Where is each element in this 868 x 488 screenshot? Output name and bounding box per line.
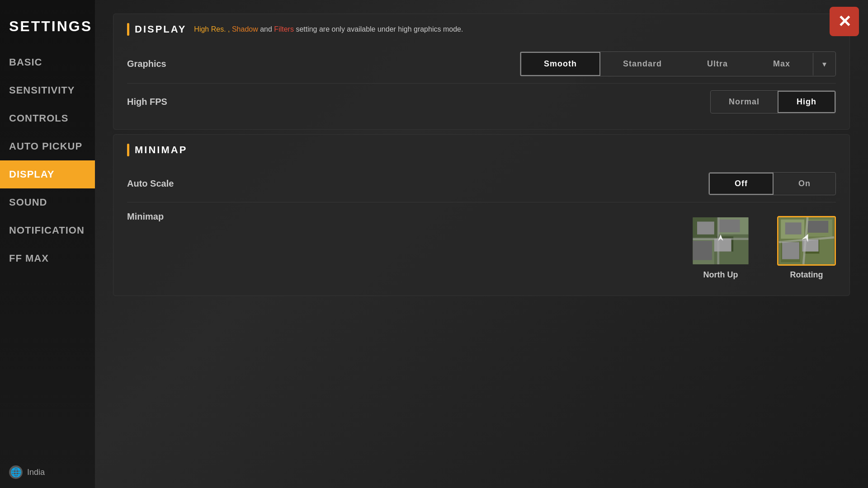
sidebar-item-sensitivity[interactable]: SENSITIVITY [0, 76, 95, 104]
sidebar-item-basic[interactable]: BASIC [0, 48, 95, 76]
graphics-dropdown-btn[interactable]: ▾ [813, 53, 835, 75]
graphics-ultra-btn[interactable]: Ultra [684, 53, 750, 75]
globe-icon: 🌐 [9, 465, 23, 479]
graphics-max-btn[interactable]: Max [750, 53, 813, 75]
graphics-setting-row: Graphics Smooth Standard Ultra Max ▾ [127, 45, 836, 83]
sidebar: SETTINGS BASIC SENSITIVITY CONTROLS AUTO… [0, 0, 95, 488]
autoscale-off-btn[interactable]: Off [709, 173, 774, 195]
subtitle-shadow: Shadow [232, 25, 258, 33]
graphics-standard-btn[interactable]: Standard [600, 53, 684, 75]
minimap-rotating-option[interactable]: Rotating [777, 216, 836, 280]
sidebar-item-ff-max[interactable]: FF MAX [0, 244, 95, 272]
sidebar-footer: 🌐 India [0, 456, 95, 488]
svg-rect-19 [785, 222, 802, 234]
fps-normal-btn[interactable]: Normal [711, 92, 778, 112]
sidebar-item-sound[interactable]: SOUND [0, 188, 95, 216]
minimap-rotating-thumbnail [777, 216, 836, 266]
minimap-north-up-label: North Up [703, 270, 738, 280]
subtitle-and: and [260, 25, 272, 33]
graphics-label: Graphics [127, 59, 166, 69]
sidebar-item-auto-pickup[interactable]: AUTO PICKUP [0, 132, 95, 160]
display-section-title: DISPLAY [135, 23, 186, 35]
sidebar-item-display[interactable]: DISPLAY [0, 160, 95, 188]
minimap-section-title: MINIMAP [135, 144, 187, 156]
highfps-setting-row: High FPS Normal High [127, 83, 836, 120]
minimap-section-header: MINIMAP [127, 144, 836, 156]
subtitle-suffix: setting are only available under high gr… [296, 25, 463, 33]
autoscale-setting-row: Auto Scale Off On [127, 165, 836, 202]
sidebar-item-controls[interactable]: CONTROLS [0, 104, 95, 132]
fps-toggle-group: Normal High [710, 90, 836, 113]
main-content: DISPLAY High Res. , Shadow and Filters s… [95, 0, 868, 488]
minimap-north-up-thumbnail [691, 216, 750, 266]
minimap-option-row: Minimap [127, 202, 836, 286]
sidebar-item-notification[interactable]: NOTIFICATION [0, 216, 95, 244]
svg-rect-18 [821, 237, 832, 263]
region-label: India [27, 468, 45, 477]
svg-rect-6 [697, 221, 714, 234]
minimap-section-card: MINIMAP Auto Scale Off On Minimap [113, 134, 850, 296]
minimap-options-group: North Up [691, 216, 836, 280]
svg-rect-9 [714, 239, 731, 251]
svg-rect-11 [717, 217, 719, 264]
minimap-north-up-option[interactable]: North Up [691, 216, 750, 280]
minimap-label: Minimap [127, 211, 164, 222]
minimap-rotating-label: Rotating [790, 270, 823, 280]
display-accent-bar [127, 23, 129, 36]
display-section-subtitle: High Res. , Shadow and Filters setting a… [194, 25, 463, 33]
svg-rect-20 [808, 221, 828, 233]
svg-rect-8 [693, 241, 712, 260]
display-section-header: DISPLAY High Res. , Shadow and Filters s… [127, 23, 836, 36]
subtitle-filters: Filters [274, 25, 294, 33]
autoscale-label: Auto Scale [127, 178, 174, 189]
graphics-smooth-btn[interactable]: Smooth [520, 52, 600, 76]
svg-rect-21 [782, 242, 799, 259]
highfps-label: High FPS [127, 97, 167, 107]
svg-rect-7 [718, 220, 740, 232]
fps-high-btn[interactable]: High [778, 91, 835, 113]
close-button[interactable]: ✕ [830, 7, 859, 36]
subtitle-high-res: High Res. , [194, 25, 230, 33]
app-title: SETTINGS [0, 14, 95, 48]
minimap-accent-bar [127, 144, 129, 156]
display-section-card: DISPLAY High Res. , Shadow and Filters s… [113, 14, 850, 130]
graphics-toggle-group: Smooth Standard Ultra Max ▾ [520, 52, 836, 76]
autoscale-toggle-group: Off On [708, 172, 836, 195]
autoscale-on-btn[interactable]: On [774, 174, 835, 194]
